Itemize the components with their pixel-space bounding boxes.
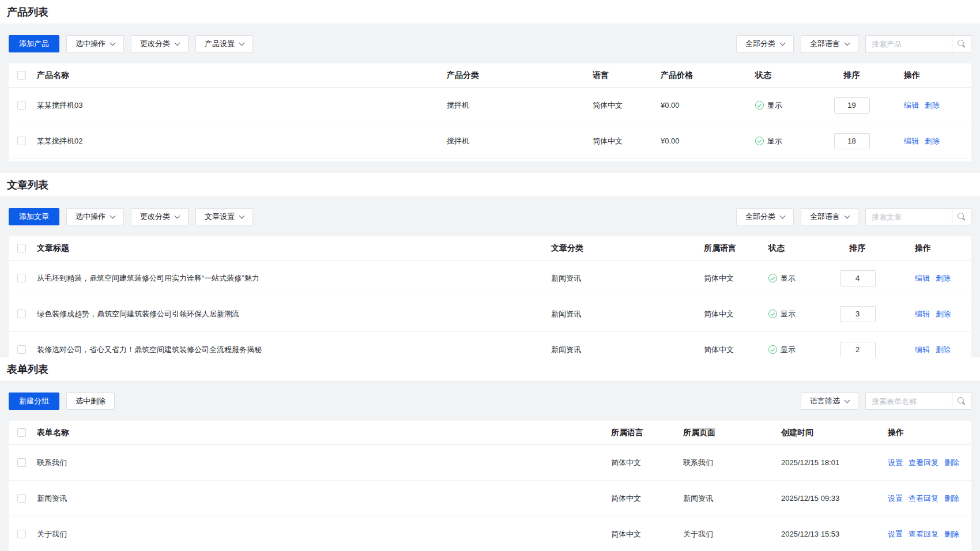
- sort-cell: [830, 270, 885, 286]
- sort-order-input[interactable]: [834, 133, 870, 149]
- settings-link[interactable]: 设置: [888, 493, 903, 504]
- delete-link[interactable]: 删除: [936, 273, 951, 284]
- search-product-input[interactable]: [865, 35, 952, 52]
- status-label: 显示: [781, 345, 796, 355]
- delete-selected-button[interactable]: 选中删除: [66, 393, 115, 410]
- delete-link[interactable]: 删除: [944, 529, 959, 539]
- sort-order-input[interactable]: [840, 306, 876, 322]
- row-checkbox[interactable]: [17, 310, 26, 318]
- form-created-time: 2025/12/15 18:01: [781, 458, 888, 467]
- edit-link[interactable]: 编辑: [904, 136, 919, 146]
- row-checkbox[interactable]: [17, 345, 26, 354]
- edit-link[interactable]: 编辑: [915, 273, 930, 284]
- sort-order-input[interactable]: [840, 342, 876, 358]
- view-replies-link[interactable]: 查看回复: [909, 493, 938, 504]
- edit-link[interactable]: 编辑: [915, 345, 930, 355]
- search-form-input[interactable]: [865, 393, 952, 410]
- row-checkbox[interactable]: [17, 137, 26, 145]
- article-settings-dropdown[interactable]: 文章设置: [195, 208, 253, 225]
- settings-link[interactable]: 设置: [888, 529, 903, 539]
- form-table-header: 表单名称 所属语言 所属页面 创建时间 操作: [9, 421, 971, 445]
- search-button[interactable]: [952, 208, 971, 225]
- language-filter-dropdown[interactable]: 语言筛选: [801, 393, 858, 410]
- form-table: 表单名称 所属语言 所属页面 创建时间 操作 联系我们 简体中文 联系我们 20…: [9, 421, 971, 551]
- table-row: 联系我们 简体中文 联系我们 2025/12/15 18:01 设置 查看回复 …: [9, 445, 971, 481]
- status-badge: 显示: [768, 345, 830, 355]
- article-category: 新闻资讯: [551, 345, 704, 355]
- row-checkbox[interactable]: [17, 274, 26, 282]
- change-category-dropdown[interactable]: 更改分类: [131, 35, 189, 52]
- status-badge: 显示: [755, 100, 827, 111]
- product-price: ¥0.00: [661, 101, 755, 110]
- language-filter-dropdown[interactable]: 全部语言: [801, 208, 858, 225]
- table-row: 某某搅拌机02 搅拌机 简体中文 ¥0.00 显示 编辑 删除: [9, 123, 971, 159]
- add-article-button[interactable]: 添加文章: [9, 208, 59, 225]
- column-header: 产品价格: [661, 70, 755, 81]
- article-category: 新闻资讯: [551, 273, 704, 284]
- select-all-checkbox[interactable]: [17, 428, 26, 437]
- delete-link[interactable]: 删除: [925, 100, 940, 111]
- new-group-button[interactable]: 新建分组: [9, 393, 59, 410]
- form-created-time: 2025/12/15 09:33: [781, 494, 888, 503]
- view-replies-link[interactable]: 查看回复: [909, 529, 938, 539]
- delete-link[interactable]: 删除: [936, 345, 951, 355]
- selected-actions-dropdown[interactable]: 选中操作: [66, 208, 124, 225]
- status-label: 显示: [767, 100, 782, 111]
- column-header: 文章标题: [35, 243, 551, 254]
- product-price: ¥0.00: [661, 137, 755, 145]
- select-all-checkbox[interactable]: [17, 244, 26, 252]
- row-checkbox[interactable]: [17, 530, 26, 538]
- column-header: 所属语言: [611, 428, 683, 438]
- search-article-input[interactable]: [865, 208, 952, 225]
- row-checkbox[interactable]: [17, 458, 26, 467]
- column-header: 状态: [768, 243, 830, 254]
- dropdown-label: 选中操作: [76, 212, 105, 222]
- dropdown-label: 文章设置: [205, 212, 235, 222]
- settings-link[interactable]: 设置: [888, 458, 903, 468]
- delete-link[interactable]: 删除: [944, 493, 959, 504]
- selected-actions-dropdown[interactable]: 选中操作: [66, 35, 124, 52]
- delete-link[interactable]: 删除: [944, 458, 959, 468]
- category-filter-dropdown[interactable]: 全部分类: [736, 35, 794, 52]
- add-product-button[interactable]: 添加产品: [9, 35, 59, 52]
- edit-link[interactable]: 编辑: [915, 309, 930, 319]
- product-toolbar-right: 全部分类 全部语言: [736, 35, 971, 52]
- dropdown-label: 更改分类: [140, 39, 170, 49]
- product-section: 产品列表 添加产品 选中操作 更改分类 产品设置 全部分类 全部语言: [0, 0, 980, 161]
- table-row: 新闻资讯 简体中文 新闻资讯 2025/12/15 09:33 设置 查看回复 …: [9, 481, 971, 516]
- product-settings-dropdown[interactable]: 产品设置: [195, 35, 253, 52]
- article-search: [865, 208, 971, 225]
- article-section-title-bar: 文章列表: [0, 173, 980, 197]
- article-section: 文章列表 添加文章 选中操作 更改分类 文章设置 全部分类 全部语言: [0, 173, 980, 357]
- product-name: 某某搅拌机02: [35, 136, 447, 146]
- row-checkbox[interactable]: [17, 494, 26, 503]
- form-section-title-bar: 表单列表: [0, 357, 980, 382]
- page-title: 产品列表: [7, 5, 48, 19]
- delete-link[interactable]: 删除: [936, 309, 951, 319]
- select-all-checkbox[interactable]: [17, 71, 26, 80]
- edit-link[interactable]: 编辑: [904, 100, 919, 111]
- chevron-down-icon: [780, 213, 786, 218]
- article-category: 新闻资讯: [551, 309, 704, 319]
- search-button[interactable]: [952, 393, 971, 410]
- filter-label: 语言筛选: [810, 396, 840, 406]
- table-row: 某某搅拌机03 搅拌机 简体中文 ¥0.00 显示 编辑 删除: [9, 88, 971, 123]
- change-category-dropdown[interactable]: 更改分类: [131, 208, 189, 225]
- sort-order-input[interactable]: [834, 97, 870, 114]
- status-badge: 显示: [755, 136, 827, 146]
- row-checkbox[interactable]: [17, 101, 26, 110]
- search-button[interactable]: [952, 35, 971, 52]
- column-header: 所属页面: [683, 428, 781, 438]
- category-filter-dropdown[interactable]: 全部分类: [736, 208, 794, 225]
- view-replies-link[interactable]: 查看回复: [909, 458, 938, 468]
- delete-link[interactable]: 删除: [925, 136, 940, 146]
- language-filter-dropdown[interactable]: 全部语言: [801, 35, 858, 52]
- row-actions: 设置 查看回复 删除: [888, 458, 971, 468]
- filter-label: 全部语言: [810, 39, 840, 49]
- sort-order-input[interactable]: [840, 270, 876, 286]
- table-row: 装修选对公司，省心又省力！鼎筑空间建筑装修公司全流程服务揭秘 新闻资讯 简体中文…: [9, 332, 971, 357]
- status-label: 显示: [767, 136, 782, 146]
- status-check-icon: [768, 310, 777, 318]
- dropdown-label: 产品设置: [205, 39, 235, 49]
- status-badge: 显示: [768, 273, 830, 284]
